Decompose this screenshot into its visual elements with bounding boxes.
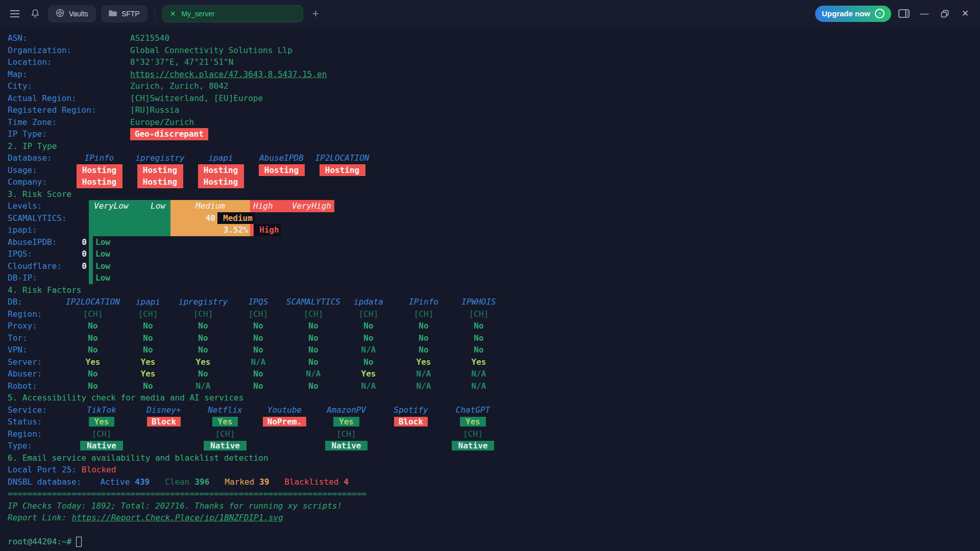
info-row-label: Actual Region: [8,92,130,105]
service-column: ChatGPT [443,404,503,416]
media-type-label: Type: [8,440,70,452]
risk-db-column: ipregistry [176,296,231,308]
report-link-url[interactable]: https://Report.Check.Place/ip/1BNZFDIP1.… [72,512,283,524]
minimize-button[interactable]: — [917,6,932,21]
db-column: ipregistry [130,152,190,164]
risk-factor-value: No [65,380,120,392]
info-row-label: Time Zone: [8,116,130,129]
risk-factor-value: No [65,320,120,332]
status-badge: Yes [333,417,359,427]
tab-close-icon[interactable]: ✕ [170,10,176,18]
new-tab-button[interactable]: + [308,7,323,20]
risk-level-value: Low [95,248,110,260]
bar-segment-orange: 3.52% [170,224,250,236]
usage-badge: Hosting [198,164,244,177]
tab-sftp[interactable]: SFTP [101,5,148,22]
service-label: Service: [8,404,70,416]
info-row-label: Location: [8,56,130,68]
company-badge: Hosting [77,176,122,188]
db-column: ipapi [190,152,251,164]
risk-factor-value: No [120,332,176,344]
media-region-value: [CH] [92,429,112,439]
hamburger-menu-icon[interactable] [7,6,22,21]
close-button[interactable]: ✕ [958,6,973,21]
risk-db-column: IPWHOIS [451,296,506,308]
db-column-header: AbuseIPDB [259,153,304,163]
risk-factor-value: No [396,344,451,356]
bell-icon[interactable] [28,6,43,21]
risk-factor-row: Robot:NoNoN/ANoNoN/AN/AN/A [8,380,980,392]
risk-factor-label: Server: [8,356,65,368]
risk-factor-value: [CH] [341,308,396,320]
risk-factor-value: [CH] [396,308,451,320]
company-label: Company: [8,176,69,188]
info-row: Organization:Global Connectivity Solutio… [8,44,980,57]
service-column: AmazonPV [314,404,379,416]
local-port-value: Blocked [82,464,116,476]
risk-factor-row: Proxy:NoNoNoNoNoNoNoNo [8,320,980,332]
company-badge: Hosting [137,176,183,188]
upgrade-now-button[interactable]: Upgrade now ↑ [815,6,891,22]
bar-cursor [254,224,258,236]
bar-segment-green [89,224,170,236]
status-badge: Block [147,417,181,427]
media-region-cell: [CH] [195,428,255,440]
risk-factor-value: [CH] [65,308,120,320]
info-row: Map:https://check.place/47.3643,8.5437,1… [8,68,980,81]
database-header-row: Database: IPinfoipregistryipapiAbuseIPDB… [8,152,980,164]
local-port-label: Local Port 25: [8,464,77,476]
restore-button[interactable] [937,6,952,21]
db-column-header: IP2LOCATION [315,153,370,163]
risk-score-label: DB-IP: [8,272,89,284]
risk-factor-value: [CH] [286,308,341,320]
risk-score-bars: SCAMALYTICS:40Mediumipapi:3.52%High [8,212,980,236]
media-region-values: [CH][CH][CH][CH] [70,428,503,440]
prompt-row[interactable]: root@44204:~# [8,536,980,548]
usage-cell: Hosting [69,164,130,177]
tab-my-server[interactable]: ✕ My_server [162,5,303,22]
service-column-header: Disney+ [146,405,181,415]
risk-score-small-row: Cloudflare:0Low [8,260,980,272]
risk-factor-value: No [451,332,506,344]
database-label: Database: [8,152,69,164]
risk-factor-value: No [65,368,120,380]
risk-db-column-header: IPinfo [409,297,438,307]
dnsbl-label: DNSBL database: [8,476,82,488]
terminal[interactable]: ASN:AS215540Organization:Global Connecti… [0,27,980,548]
titlebar-divider [155,7,155,20]
service-header-row: Service: TikTokDisney+NetflixYoutubeAmaz… [8,404,980,416]
risk-level-value: High [258,224,281,236]
section-6-title: 6. Email service availability and blackl… [8,452,980,464]
dnsbl-stat-name: Clean [165,476,189,488]
risk-factor-value: No [231,320,286,332]
map-link[interactable]: https://check.place/47.3643,8.5437,15,en [130,68,327,81]
terminal-cursor [76,537,82,547]
risk-factor-value: N/A [231,356,286,368]
status-values: YesBlockYesNoPrem.YesBlockYes [70,416,503,428]
company-badge: Hosting [198,176,244,188]
risk-db-column-header: ipregistry [179,297,228,307]
levels-segment-green: VeryLow Low [89,200,170,212]
risk-level-value: Medium [222,212,254,224]
dnsbl-stat: Clean396 [165,476,209,488]
tab-vaults[interactable]: Vaults [48,5,96,22]
risk-score-bar: 3.52%High [89,224,281,236]
risk-score-label: ipapi: [8,224,89,236]
risk-factor-label: Region: [8,308,65,320]
dnsbl-stat-value: 396 [194,476,209,488]
section-3-title: 3. Risk Score [8,188,980,201]
panel-toggle-icon[interactable] [896,6,912,21]
zero-bar [89,260,93,272]
risk-factor-value: No [286,356,341,368]
risk-factor-value: No [65,344,120,356]
status-cell: Yes [443,416,503,428]
risk-factor-value: No [396,320,451,332]
risk-score-bar-row: ipapi:3.52%High [8,224,980,236]
company-cell: Hosting [69,176,130,188]
dnsbl-stat-value: 4 [344,476,349,488]
risk-db-column-header: ipapi [136,297,160,307]
service-column-header: AmazonPV [327,405,366,415]
risk-factor-value: No [65,332,120,344]
media-region-cell: [CH] [70,428,133,440]
media-type-values: NativeNativeNativeNative [70,440,503,452]
